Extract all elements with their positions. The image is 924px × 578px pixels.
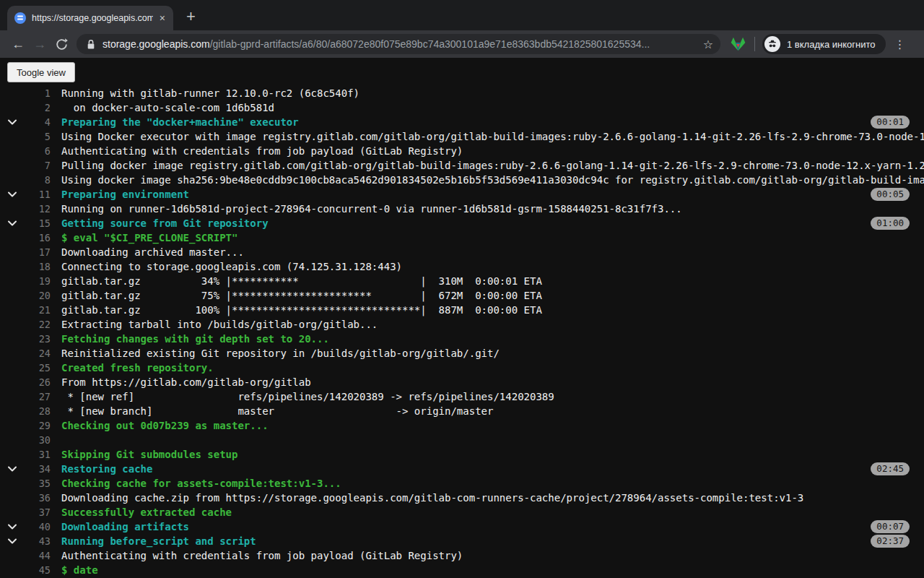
log-row: 19gitlab.tar.gz 34% |*********** | 310M … bbox=[0, 274, 924, 288]
line-number[interactable]: 35 bbox=[25, 478, 51, 489]
page-content: Toogle view 1Running with gitlab-runner … bbox=[0, 58, 924, 578]
log-row: 29Checking out 0d07b239 as master... bbox=[0, 418, 924, 433]
line-number[interactable]: 7 bbox=[25, 160, 51, 171]
log-text: $ eval "$CI_PRE_CLONE_SCRIPT" bbox=[61, 232, 237, 243]
log-text: Extracting tarball into /builds/gitlab-o… bbox=[61, 319, 378, 330]
browser-toolbar: ← → storage.googleapis.com/gitlab-gprd-a… bbox=[0, 30, 924, 58]
line-number[interactable]: 43 bbox=[25, 535, 51, 547]
log-row: 7Pulling docker image registry.gitlab.co… bbox=[0, 158, 924, 173]
log-text: Running with gitlab-runner 12.10.0-rc2 (… bbox=[61, 87, 359, 99]
browser-tab[interactable]: https://storage.googleapis.com × bbox=[7, 6, 173, 30]
toggle-view-button[interactable]: Toogle view bbox=[7, 62, 75, 82]
log-row: 34Restoring cache02:45 bbox=[0, 462, 924, 476]
log-row: 37Successfully extracted cache bbox=[0, 505, 924, 519]
line-number[interactable]: 8 bbox=[25, 174, 51, 186]
line-number[interactable]: 28 bbox=[25, 405, 51, 417]
line-number[interactable]: 44 bbox=[25, 550, 51, 561]
log-row: 20gitlab.tar.gz 75% |*******************… bbox=[0, 288, 924, 303]
chevron-down-icon[interactable] bbox=[0, 189, 25, 200]
log-row: 21gitlab.tar.gz 100% |******************… bbox=[0, 303, 924, 317]
back-button[interactable]: ← bbox=[7, 37, 29, 52]
duration-badge: 02:37 bbox=[871, 535, 910, 548]
tab-title: https://storage.googleapis.com bbox=[32, 13, 153, 23]
log-row: 28 * [new branch] master -> origin/maste… bbox=[0, 404, 924, 418]
line-number[interactable]: 23 bbox=[25, 333, 51, 345]
line-number[interactable]: 26 bbox=[25, 376, 51, 388]
line-number[interactable]: 6 bbox=[25, 145, 51, 157]
line-number[interactable]: 37 bbox=[25, 506, 51, 518]
log-text: Getting source from Git repository bbox=[61, 217, 269, 229]
chevron-down-icon[interactable] bbox=[0, 217, 25, 229]
chevron-down-icon[interactable] bbox=[0, 463, 25, 475]
line-number[interactable]: 22 bbox=[25, 319, 51, 330]
log-row: 15Getting source from Git repository01:0… bbox=[0, 216, 924, 230]
browser-menu-button[interactable]: ⋮ bbox=[893, 38, 907, 51]
log-row: 26From https://gitlab.com/gitlab-org/git… bbox=[0, 375, 924, 389]
line-number[interactable]: 31 bbox=[25, 449, 51, 460]
chevron-down-icon[interactable] bbox=[0, 535, 25, 547]
log-text: Restoring cache bbox=[61, 463, 152, 475]
log-text: Running before_script and script bbox=[61, 535, 256, 547]
line-number[interactable]: 40 bbox=[25, 521, 51, 532]
chevron-down-icon[interactable] bbox=[0, 521, 25, 532]
log-text: Authenticating with credentials from job… bbox=[61, 145, 463, 157]
log-text: Preparing environment bbox=[61, 189, 189, 200]
incognito-badge: 1 вкладка инкогнито bbox=[762, 34, 886, 54]
line-number[interactable]: 11 bbox=[25, 189, 51, 200]
forward-button[interactable]: → bbox=[29, 37, 51, 52]
url-text: storage.googleapis.com/gitlab-gprd-artif… bbox=[103, 38, 697, 50]
gitlab-extension-icon[interactable] bbox=[731, 37, 746, 51]
line-number[interactable]: 29 bbox=[25, 420, 51, 431]
lock-icon[interactable] bbox=[87, 39, 95, 50]
duration-badge: 00:01 bbox=[871, 116, 910, 129]
incognito-icon bbox=[764, 36, 780, 52]
bookmark-star-icon[interactable]: ☆ bbox=[703, 38, 713, 51]
line-number[interactable]: 30 bbox=[25, 434, 51, 446]
line-number[interactable]: 24 bbox=[25, 348, 51, 359]
line-number[interactable]: 20 bbox=[25, 290, 51, 301]
log-text: Fetching changes with git depth set to 2… bbox=[61, 333, 329, 345]
log-row: 18Connecting to storage.googleapis.com (… bbox=[0, 259, 924, 274]
line-number[interactable]: 19 bbox=[25, 275, 51, 287]
line-number[interactable]: 17 bbox=[25, 246, 51, 258]
line-number[interactable]: 18 bbox=[25, 261, 51, 272]
line-number[interactable]: 12 bbox=[25, 203, 51, 215]
log-text: Created fresh repository. bbox=[61, 362, 214, 374]
line-number[interactable]: 2 bbox=[25, 102, 51, 113]
line-number[interactable]: 21 bbox=[25, 304, 51, 316]
line-number[interactable]: 25 bbox=[25, 362, 51, 374]
line-number[interactable]: 1 bbox=[25, 87, 51, 99]
line-number[interactable]: 16 bbox=[25, 232, 51, 243]
tab-strip: https://storage.googleapis.com × + bbox=[0, 0, 924, 30]
chevron-down-icon[interactable] bbox=[0, 116, 25, 128]
address-bar[interactable]: storage.googleapis.com/gitlab-gprd-artif… bbox=[77, 34, 720, 54]
log-row: 11Preparing environment00:05 bbox=[0, 187, 924, 202]
new-tab-button[interactable]: + bbox=[186, 9, 196, 25]
log-row: 16$ eval "$CI_PRE_CLONE_SCRIPT" bbox=[0, 230, 924, 245]
log-row: 36Downloading cache.zip from https://sto… bbox=[0, 491, 924, 505]
tab-close-icon[interactable]: × bbox=[157, 12, 167, 24]
log-row: 31Skipping Git submodules setup bbox=[0, 447, 924, 462]
line-number[interactable]: 5 bbox=[25, 131, 51, 142]
line-number[interactable]: 34 bbox=[25, 463, 51, 475]
log-row: 12Running on runner-1d6b581d-project-278… bbox=[0, 202, 924, 216]
log-text: Downloading cache.zip from https://stora… bbox=[61, 492, 803, 504]
log-text: gitlab.tar.gz 34% |*********** | 310M 0:… bbox=[61, 275, 542, 287]
log-text: gitlab.tar.gz 100% |********************… bbox=[61, 304, 542, 316]
duration-badge: 01:00 bbox=[871, 217, 910, 230]
log-row: 17Downloading archived master... bbox=[0, 245, 924, 259]
log-row: 8Using docker image sha256:9be48e0cddb9c… bbox=[0, 173, 924, 187]
storage-favicon-icon bbox=[14, 12, 26, 24]
line-number[interactable]: 4 bbox=[25, 116, 51, 128]
line-number[interactable]: 45 bbox=[25, 564, 51, 576]
log-text: Connecting to storage.googleapis.com (74… bbox=[61, 261, 402, 272]
line-number[interactable]: 27 bbox=[25, 391, 51, 402]
reload-button[interactable] bbox=[51, 38, 72, 51]
log-row: 1Running with gitlab-runner 12.10.0-rc2 … bbox=[0, 86, 924, 100]
line-number[interactable]: 36 bbox=[25, 492, 51, 504]
incognito-label: 1 вкладка инкогнито bbox=[787, 39, 876, 50]
line-number[interactable]: 15 bbox=[25, 217, 51, 229]
log-row: 23Fetching changes with git depth set to… bbox=[0, 332, 924, 346]
log-row: 40Downloading artifacts00:07 bbox=[0, 519, 924, 534]
log-row: 43Running before_script and script02:37 bbox=[0, 534, 924, 548]
